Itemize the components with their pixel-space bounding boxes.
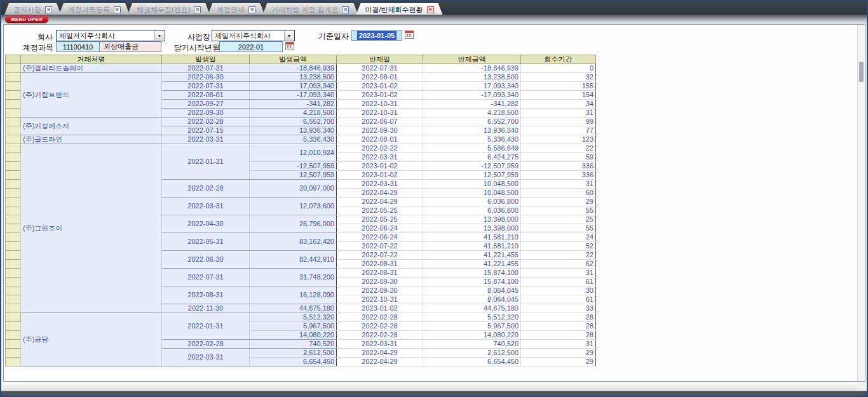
- settle-date-cell[interactable]: 2023-01-02: [337, 171, 423, 180]
- occur-amount-cell[interactable]: 13,936,340: [250, 126, 337, 135]
- collect-days-cell[interactable]: 29: [521, 349, 596, 358]
- settle-amount-cell[interactable]: 12,507,959: [423, 171, 521, 180]
- occur-date-cell[interactable]: 2022-08-31: [162, 286, 250, 304]
- settle-amount-cell[interactable]: 10,048,500: [423, 189, 521, 198]
- settle-date-cell[interactable]: 2022-03-31: [337, 153, 423, 162]
- settle-amount-cell[interactable]: 2,612,500: [423, 349, 521, 358]
- settle-date-cell[interactable]: 2022-02-28: [337, 313, 423, 322]
- row-selector[interactable]: [6, 358, 21, 367]
- row-selector[interactable]: [6, 162, 21, 171]
- occur-amount-cell[interactable]: 17,093,340: [250, 82, 337, 91]
- occur-amount-cell[interactable]: 6,552,700: [250, 118, 337, 126]
- settle-amount-cell[interactable]: 6,036,800: [423, 206, 521, 215]
- occur-amount-cell[interactable]: 5,336,430: [250, 135, 337, 144]
- row-selector[interactable]: [6, 251, 21, 260]
- row-selector[interactable]: [6, 260, 21, 269]
- column-header-selector[interactable]: [6, 55, 21, 64]
- occur-date-cell[interactable]: 2022-03-31: [162, 198, 250, 215]
- calendar-icon[interactable]: [405, 30, 414, 39]
- occur-amount-cell[interactable]: 16,128,090: [250, 286, 337, 304]
- occur-amount-cell[interactable]: -12,507,959: [250, 162, 337, 171]
- occur-amount-cell[interactable]: 5,967,500: [250, 322, 337, 331]
- settle-amount-cell[interactable]: 6,552,700: [423, 118, 521, 126]
- occur-amount-cell[interactable]: -341,282: [250, 100, 337, 109]
- occur-amount-cell[interactable]: 12,073,600: [250, 198, 337, 215]
- occur-amount-cell[interactable]: 12,010,924: [250, 144, 337, 162]
- row-selector[interactable]: [6, 224, 21, 233]
- settle-amount-cell[interactable]: -341,282: [423, 100, 521, 109]
- settle-date-cell[interactable]: 2023-01-02: [337, 82, 423, 91]
- settle-date-cell[interactable]: 2022-07-31: [337, 64, 423, 73]
- collect-days-cell[interactable]: 59: [521, 153, 596, 162]
- occur-date-cell[interactable]: 2022-09-27: [162, 100, 250, 109]
- settle-date-cell[interactable]: 2023-01-02: [337, 162, 423, 171]
- settle-amount-cell[interactable]: 13,398,000: [423, 224, 521, 233]
- occur-date-cell[interactable]: 2022-05-31: [162, 233, 250, 251]
- settle-date-cell[interactable]: 2022-02-28: [337, 331, 423, 340]
- tab-계정과목등록[interactable]: 계정과목등록×: [59, 3, 130, 15]
- row-selector[interactable]: [6, 135, 21, 144]
- row-selector[interactable]: [6, 153, 21, 162]
- settle-amount-cell[interactable]: 5,967,500: [423, 322, 521, 331]
- tab-공지사항[interactable]: 공지사항×: [4, 3, 61, 15]
- collect-days-cell[interactable]: 99: [521, 118, 596, 126]
- close-icon[interactable]: ×: [45, 6, 52, 13]
- occur-date-cell[interactable]: 2022-04-30: [162, 215, 250, 233]
- collect-days-cell[interactable]: 31: [521, 109, 596, 118]
- collect-days-cell[interactable]: 52: [521, 242, 596, 251]
- collect-days-cell[interactable]: 61: [521, 278, 596, 286]
- row-selector[interactable]: [6, 233, 21, 242]
- settle-date-cell[interactable]: 2022-09-30: [337, 286, 423, 295]
- horizontal-scrollbar[interactable]: [3, 382, 857, 390]
- row-selector[interactable]: [6, 286, 21, 295]
- settle-amount-cell[interactable]: 15,874,100: [423, 278, 521, 286]
- row-selector[interactable]: [6, 198, 21, 206]
- collect-days-cell[interactable]: 60: [521, 189, 596, 198]
- occur-amount-cell[interactable]: 740,520: [250, 340, 337, 349]
- settle-amount-cell[interactable]: 17,093,340: [423, 82, 521, 91]
- collect-days-cell[interactable]: 29: [521, 198, 596, 206]
- settle-date-cell[interactable]: 2022-08-01: [337, 135, 423, 144]
- settle-amount-cell[interactable]: 41,581,210: [423, 233, 521, 242]
- settle-amount-cell[interactable]: -17,093,340: [423, 91, 521, 100]
- settle-amount-cell[interactable]: 740,520: [423, 340, 521, 349]
- column-header-발생일[interactable]: 발생일: [162, 55, 250, 64]
- occur-date-cell[interactable]: 2022-02-28: [162, 180, 250, 198]
- collect-days-cell[interactable]: 33: [521, 304, 596, 313]
- occur-amount-cell[interactable]: 6,654,450: [250, 358, 337, 367]
- collect-days-cell[interactable]: 31: [521, 269, 596, 278]
- collect-days-cell[interactable]: 32: [521, 73, 596, 82]
- period-field[interactable]: 2022-01: [219, 41, 283, 52]
- customer-name-cell[interactable]: (주)골드라인: [21, 135, 162, 144]
- occur-date-cell[interactable]: 2022-07-31: [162, 64, 250, 73]
- close-icon[interactable]: ×: [114, 6, 121, 13]
- occur-date-cell[interactable]: 2022-01-31: [162, 313, 250, 340]
- row-selector[interactable]: [6, 242, 21, 251]
- occur-amount-cell[interactable]: 14,080,220: [250, 331, 337, 340]
- settle-date-cell[interactable]: 2022-07-22: [337, 251, 423, 260]
- settle-date-cell[interactable]: 2022-10-31: [337, 109, 423, 118]
- row-selector[interactable]: [6, 73, 21, 82]
- row-selector[interactable]: [6, 180, 21, 189]
- occur-date-cell[interactable]: 2022-02-28: [162, 118, 250, 126]
- occur-amount-cell[interactable]: 31,748,200: [250, 269, 337, 286]
- occur-date-cell[interactable]: 2022-03-31: [162, 135, 250, 144]
- settle-date-cell[interactable]: 2022-09-30: [337, 126, 423, 135]
- occur-amount-cell[interactable]: -17,093,340: [250, 91, 337, 100]
- settle-amount-cell[interactable]: 8,064,045: [423, 295, 521, 304]
- account-code-field[interactable]: 11100410: [56, 41, 100, 52]
- settle-date-cell[interactable]: 2022-05-25: [337, 206, 423, 215]
- row-selector[interactable]: [6, 269, 21, 278]
- vertical-scrollbar-thumb[interactable]: [859, 62, 864, 82]
- occur-date-cell[interactable]: 2022-06-30: [162, 73, 250, 82]
- collect-days-cell[interactable]: 55: [521, 224, 596, 233]
- collect-days-cell[interactable]: 25: [521, 215, 596, 224]
- tab-계정명세[interactable]: 계정명세×: [208, 3, 264, 15]
- settle-amount-cell[interactable]: 6,036,800: [423, 198, 521, 206]
- settle-date-cell[interactable]: 2022-02-22: [337, 144, 423, 153]
- settle-amount-cell[interactable]: 41,221,455: [423, 251, 521, 260]
- close-icon[interactable]: ×: [342, 6, 349, 13]
- settle-amount-cell[interactable]: 41,221,455: [423, 260, 521, 269]
- collect-days-cell[interactable]: 62: [521, 260, 596, 269]
- column-header-반제일[interactable]: 반제일: [337, 55, 423, 64]
